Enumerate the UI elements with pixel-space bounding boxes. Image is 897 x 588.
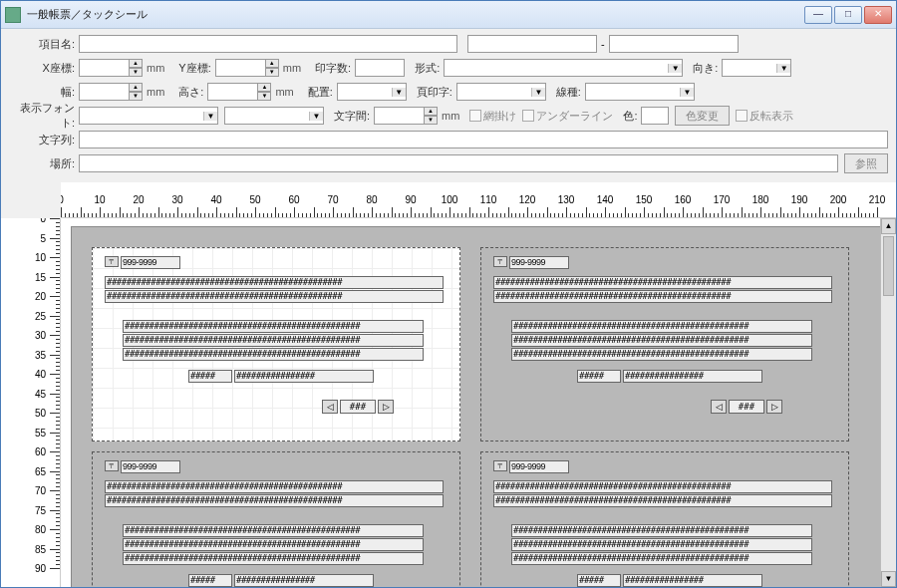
item-name-input[interactable] [79,35,457,53]
name-field[interactable]: ########################################… [123,334,424,347]
chevron-down-icon: ▼ [392,88,406,97]
name-field[interactable]: ########################################… [123,538,424,551]
browse-button[interactable]: 参照 [844,153,888,173]
font-combo[interactable]: ▼ [79,107,218,125]
address-field[interactable]: ########################################… [493,290,832,303]
charspacing-input[interactable] [374,107,424,125]
zip-field[interactable]: 999-9999 [509,460,569,473]
minimize-button[interactable]: — [804,6,832,24]
label-block[interactable]: 〒999-9999###############################… [92,451,460,587]
name-field[interactable]: ########################################… [123,320,424,333]
format-label: 形式: [405,61,444,76]
chevron-down-icon: ▼ [680,88,694,97]
ycoord-spinner[interactable]: ▲▼ [265,59,279,77]
format-combo[interactable]: ▼ [444,59,683,77]
chevron-down-icon: ▼ [203,112,217,121]
name-field[interactable]: ########################################… [511,348,812,361]
app-icon [5,7,21,23]
zip-icon: 〒 [105,256,119,267]
sheet: 〒999-9999###############################… [71,226,888,587]
direction-label: 向き: [683,61,722,76]
scroll-thumb[interactable] [883,236,894,296]
app-window: 一般帳票／タックシール — □ ✕ 項目名: - X座標: ▲▼ mm Y座標:… [0,0,897,588]
color-change-button[interactable]: 色変更 [675,106,730,126]
ruler-horizontal-wrap: 0102030405060708090100110120130140150160… [1,182,896,218]
linetype-combo[interactable]: ▼ [585,83,695,101]
next-button[interactable]: ▷ [766,400,782,414]
xcoord-input[interactable] [79,59,129,77]
align-label: 配置: [298,85,337,100]
zip-icon: 〒 [493,256,507,267]
location-input[interactable] [79,154,838,172]
fontsize-combo[interactable]: ▼ [224,107,324,125]
code2-field[interactable]: ################ [623,370,762,383]
zip-field[interactable]: 999-9999 [121,460,180,473]
underline-check[interactable]: アンダーライン [522,109,613,124]
item-id2-input[interactable] [609,35,739,53]
address-field[interactable]: ########################################… [493,276,832,289]
width-spinner[interactable]: ▲▼ [129,83,143,101]
name-field[interactable]: ########################################… [123,348,424,361]
scroll-up-icon[interactable]: ▲ [881,218,896,234]
address-field[interactable]: ########################################… [493,494,832,507]
address-field[interactable]: ########################################… [105,276,444,289]
string-input[interactable] [79,131,888,148]
xcoord-spinner[interactable]: ▲▼ [129,59,143,77]
next-button[interactable]: ▷ [378,400,394,414]
width-input[interactable] [79,83,129,101]
address-field[interactable]: ########################################… [105,480,444,493]
align-combo[interactable]: ▼ [337,83,407,101]
name-field[interactable]: ########################################… [511,538,812,551]
invert-check[interactable]: 反転表示 [736,109,793,124]
chevron-down-icon: ▼ [776,64,790,73]
name-field[interactable]: ########################################… [511,320,812,333]
label-block[interactable]: 〒999-9999###############################… [480,451,849,587]
color-swatch [641,107,669,125]
prev-button[interactable]: ◁ [711,400,727,414]
address-field[interactable]: ########################################… [493,480,832,493]
prev-button[interactable]: ◁ [322,400,338,414]
label-block[interactable]: 〒999-9999###############################… [92,247,460,441]
address-field[interactable]: ########################################… [105,290,444,303]
code-field[interactable]: ##### [577,574,621,587]
label-block[interactable]: 〒999-9999###############################… [480,247,849,441]
shading-check[interactable]: 網掛け [469,109,516,124]
zip-field[interactable]: 999-9999 [509,256,569,269]
name-field[interactable]: ########################################… [123,524,424,537]
name-field[interactable]: ########################################… [123,552,424,565]
height-input[interactable] [207,83,257,101]
height-spinner[interactable]: ▲▼ [257,83,271,101]
canvas-scroll: 〒999-9999###############################… [61,218,896,587]
code-field[interactable]: ##### [577,370,621,383]
name-field[interactable]: ########################################… [511,334,812,347]
location-label: 場所: [9,156,79,171]
zip-field[interactable]: 999-9999 [121,256,180,269]
code-field[interactable]: ##### [188,370,232,383]
canvas[interactable]: 〒999-9999###############################… [61,218,896,587]
xcoord-label: X座標: [9,61,79,76]
direction-combo[interactable]: ▼ [722,59,791,77]
printchars-label: 印字数: [305,61,355,76]
page-field[interactable]: ### [729,400,764,414]
page-field[interactable]: ### [340,400,376,414]
printchars-input[interactable] [355,59,405,77]
close-button[interactable]: ✕ [864,6,892,24]
name-field[interactable]: ########################################… [511,552,812,565]
vertical-scrollbar[interactable]: ▲ ▼ [880,218,896,587]
item-name-label: 項目名: [9,37,79,52]
pagemark-combo[interactable]: ▼ [456,83,546,101]
address-field[interactable]: ########################################… [105,494,444,507]
code2-field[interactable]: ################ [234,370,374,383]
code-field[interactable]: ##### [188,574,232,587]
charspacing-spinner[interactable]: ▲▼ [424,107,438,125]
pagemark-label: 頁印字: [407,85,456,100]
code2-field[interactable]: ################ [623,574,762,587]
maximize-button[interactable]: □ [834,6,862,24]
name-field[interactable]: ########################################… [511,524,812,537]
item-id1-input[interactable] [467,35,597,53]
page-nav: ◁###▷ [322,400,394,414]
scroll-down-icon[interactable]: ▼ [881,571,896,587]
code2-field[interactable]: ################ [234,574,374,587]
string-label: 文字列: [9,133,79,147]
ycoord-input[interactable] [215,59,265,77]
